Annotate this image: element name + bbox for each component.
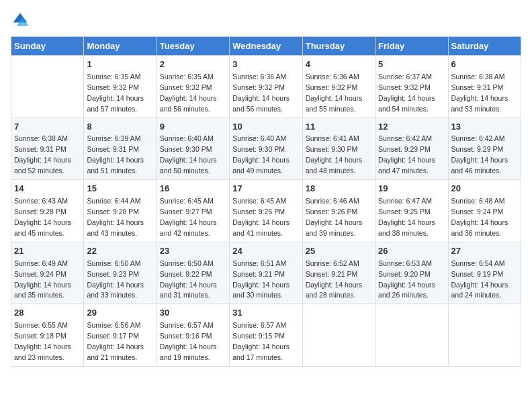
cell-info: Sunrise: 6:38 AM Sunset: 9:31 PM Dayligh… <box>451 73 508 113</box>
header-thursday: Thursday <box>302 37 375 56</box>
calendar-cell: 20Sunrise: 6:48 AM Sunset: 9:24 PM Dayli… <box>448 180 521 242</box>
cell-info: Sunrise: 6:52 AM Sunset: 9:21 PM Dayligh… <box>306 259 363 300</box>
cell-info: Sunrise: 6:36 AM Sunset: 9:32 PM Dayligh… <box>232 73 290 113</box>
header-saturday: Saturday <box>448 37 521 56</box>
calendar-cell: 25Sunrise: 6:52 AM Sunset: 9:21 PM Dayli… <box>302 242 375 304</box>
cell-info: Sunrise: 6:35 AM Sunset: 9:32 PM Dayligh… <box>87 73 144 113</box>
day-number: 18 <box>306 183 372 195</box>
day-number: 21 <box>14 245 81 258</box>
calendar-cell <box>448 304 521 367</box>
day-number: 27 <box>451 245 518 258</box>
cell-info: Sunrise: 6:38 AM Sunset: 9:31 PM Dayligh… <box>14 134 71 175</box>
cell-info: Sunrise: 6:53 AM Sunset: 9:20 PM Dayligh… <box>378 259 435 300</box>
cell-info: Sunrise: 6:50 AM Sunset: 9:22 PM Dayligh… <box>160 259 217 300</box>
day-number: 9 <box>160 121 226 134</box>
calendar-cell: 2Sunrise: 6:35 AM Sunset: 9:32 PM Daylig… <box>157 56 229 118</box>
day-number: 6 <box>451 58 518 71</box>
day-number: 25 <box>306 245 372 258</box>
day-number: 8 <box>87 121 153 134</box>
day-number: 10 <box>232 121 299 134</box>
calendar-cell: 31Sunrise: 6:57 AM Sunset: 9:15 PM Dayli… <box>230 304 302 367</box>
cell-info: Sunrise: 6:37 AM Sunset: 9:32 PM Dayligh… <box>378 73 435 113</box>
calendar-cell: 29Sunrise: 6:56 AM Sunset: 9:17 PM Dayli… <box>84 304 157 367</box>
calendar-cell <box>302 304 375 367</box>
cell-info: Sunrise: 6:36 AM Sunset: 9:32 PM Dayligh… <box>306 73 363 113</box>
cell-info: Sunrise: 6:46 AM Sunset: 9:26 PM Dayligh… <box>306 197 363 237</box>
calendar-cell: 28Sunrise: 6:55 AM Sunset: 9:18 PM Dayli… <box>11 304 84 367</box>
day-number: 12 <box>378 121 445 134</box>
day-number: 20 <box>451 183 518 195</box>
cell-info: Sunrise: 6:48 AM Sunset: 9:24 PM Dayligh… <box>451 197 508 237</box>
calendar-cell: 16Sunrise: 6:45 AM Sunset: 9:27 PM Dayli… <box>157 180 229 242</box>
day-number: 31 <box>232 307 299 320</box>
day-number: 13 <box>451 121 518 134</box>
cell-info: Sunrise: 6:56 AM Sunset: 9:17 PM Dayligh… <box>87 321 144 361</box>
cell-info: Sunrise: 6:45 AM Sunset: 9:27 PM Dayligh… <box>160 197 217 237</box>
calendar-cell: 5Sunrise: 6:37 AM Sunset: 9:32 PM Daylig… <box>375 56 448 118</box>
day-number: 4 <box>306 58 372 71</box>
calendar-cell: 13Sunrise: 6:42 AM Sunset: 9:29 PM Dayli… <box>448 118 521 180</box>
calendar-cell: 26Sunrise: 6:53 AM Sunset: 9:20 PM Dayli… <box>375 242 448 304</box>
calendar-cell: 6Sunrise: 6:38 AM Sunset: 9:31 PM Daylig… <box>448 56 521 118</box>
day-number: 15 <box>87 183 153 195</box>
day-number: 2 <box>160 58 226 71</box>
week-row-3: 14Sunrise: 6:43 AM Sunset: 9:28 PM Dayli… <box>11 180 521 242</box>
day-number: 29 <box>87 307 153 320</box>
calendar-cell: 27Sunrise: 6:54 AM Sunset: 9:19 PM Dayli… <box>448 242 521 304</box>
page-header <box>11 11 521 30</box>
day-number: 23 <box>160 245 226 258</box>
week-row-4: 21Sunrise: 6:49 AM Sunset: 9:24 PM Dayli… <box>11 242 521 304</box>
cell-info: Sunrise: 6:42 AM Sunset: 9:29 PM Dayligh… <box>378 134 435 175</box>
cell-info: Sunrise: 6:41 AM Sunset: 9:30 PM Dayligh… <box>306 134 363 175</box>
calendar-cell: 11Sunrise: 6:41 AM Sunset: 9:30 PM Dayli… <box>302 118 375 180</box>
day-number: 30 <box>160 307 226 320</box>
cell-info: Sunrise: 6:42 AM Sunset: 9:29 PM Dayligh… <box>451 134 508 175</box>
day-number: 5 <box>378 58 445 71</box>
cell-info: Sunrise: 6:47 AM Sunset: 9:25 PM Dayligh… <box>378 197 435 237</box>
day-number: 14 <box>14 183 81 195</box>
cell-info: Sunrise: 6:50 AM Sunset: 9:23 PM Dayligh… <box>87 259 144 300</box>
week-row-5: 28Sunrise: 6:55 AM Sunset: 9:18 PM Dayli… <box>11 304 521 367</box>
calendar-cell: 22Sunrise: 6:50 AM Sunset: 9:23 PM Dayli… <box>84 242 157 304</box>
cell-info: Sunrise: 6:44 AM Sunset: 9:28 PM Dayligh… <box>87 197 144 237</box>
day-number: 7 <box>14 121 81 134</box>
calendar-cell: 18Sunrise: 6:46 AM Sunset: 9:26 PM Dayli… <box>302 180 375 242</box>
calendar-cell: 21Sunrise: 6:49 AM Sunset: 9:24 PM Dayli… <box>11 242 84 304</box>
calendar-cell: 24Sunrise: 6:51 AM Sunset: 9:21 PM Dayli… <box>230 242 302 304</box>
cell-info: Sunrise: 6:49 AM Sunset: 9:24 PM Dayligh… <box>14 259 71 300</box>
cell-info: Sunrise: 6:55 AM Sunset: 9:18 PM Dayligh… <box>14 321 71 361</box>
calendar-cell: 9Sunrise: 6:40 AM Sunset: 9:30 PM Daylig… <box>157 118 229 180</box>
calendar-cell: 15Sunrise: 6:44 AM Sunset: 9:28 PM Dayli… <box>84 180 157 242</box>
calendar-cell: 10Sunrise: 6:40 AM Sunset: 9:30 PM Dayli… <box>230 118 302 180</box>
header-wednesday: Wednesday <box>230 37 302 56</box>
calendar-cell: 7Sunrise: 6:38 AM Sunset: 9:31 PM Daylig… <box>11 118 84 180</box>
cell-info: Sunrise: 6:57 AM Sunset: 9:15 PM Dayligh… <box>232 321 290 361</box>
day-number: 28 <box>14 307 81 320</box>
day-number: 1 <box>87 58 153 71</box>
calendar-table: SundayMondayTuesdayWednesdayThursdayFrid… <box>11 36 521 367</box>
header-sunday: Sunday <box>11 37 84 56</box>
week-row-1: 1Sunrise: 6:35 AM Sunset: 9:32 PM Daylig… <box>11 56 521 118</box>
calendar-cell: 12Sunrise: 6:42 AM Sunset: 9:29 PM Dayli… <box>375 118 448 180</box>
cell-info: Sunrise: 6:51 AM Sunset: 9:21 PM Dayligh… <box>232 259 290 300</box>
calendar-cell: 3Sunrise: 6:36 AM Sunset: 9:32 PM Daylig… <box>230 56 302 118</box>
day-number: 16 <box>160 183 226 195</box>
calendar-cell: 8Sunrise: 6:39 AM Sunset: 9:31 PM Daylig… <box>84 118 157 180</box>
calendar-header-row: SundayMondayTuesdayWednesdayThursdayFrid… <box>11 37 521 56</box>
cell-info: Sunrise: 6:39 AM Sunset: 9:31 PM Dayligh… <box>87 134 144 175</box>
calendar-cell <box>11 56 84 118</box>
cell-info: Sunrise: 6:35 AM Sunset: 9:32 PM Dayligh… <box>160 73 217 113</box>
calendar-cell: 14Sunrise: 6:43 AM Sunset: 9:28 PM Dayli… <box>11 180 84 242</box>
calendar-cell: 17Sunrise: 6:45 AM Sunset: 9:26 PM Dayli… <box>230 180 302 242</box>
header-tuesday: Tuesday <box>157 37 229 56</box>
logo <box>11 11 32 30</box>
day-number: 22 <box>87 245 153 258</box>
cell-info: Sunrise: 6:40 AM Sunset: 9:30 PM Dayligh… <box>160 134 217 175</box>
calendar-cell: 19Sunrise: 6:47 AM Sunset: 9:25 PM Dayli… <box>375 180 448 242</box>
calendar-cell: 30Sunrise: 6:57 AM Sunset: 9:16 PM Dayli… <box>157 304 229 367</box>
day-number: 24 <box>232 245 299 258</box>
header-friday: Friday <box>375 37 448 56</box>
cell-info: Sunrise: 6:40 AM Sunset: 9:30 PM Dayligh… <box>232 134 290 175</box>
header-monday: Monday <box>84 37 157 56</box>
week-row-2: 7Sunrise: 6:38 AM Sunset: 9:31 PM Daylig… <box>11 118 521 180</box>
